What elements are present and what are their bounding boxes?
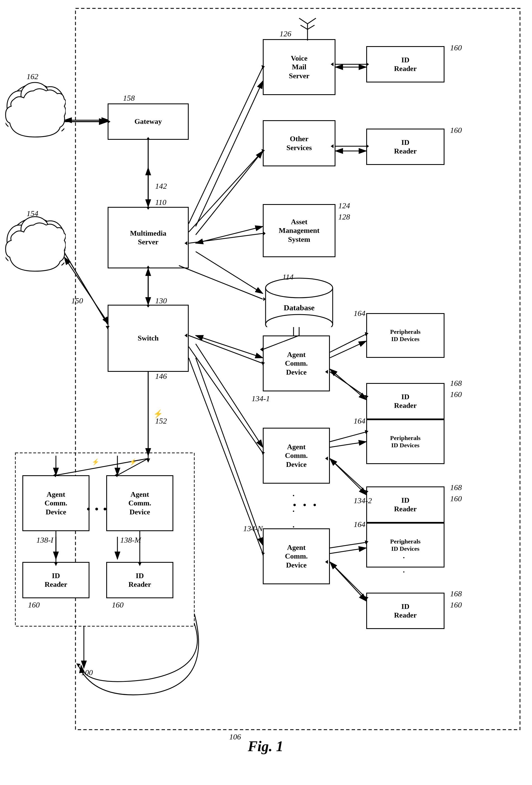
- svg-line-107: [330, 542, 366, 548]
- label-152: 152: [155, 416, 167, 426]
- svg-text:⚡: ⚡: [129, 458, 137, 466]
- id-reader-voice-box: IDReader: [366, 46, 445, 82]
- label-160c: 160: [450, 390, 462, 399]
- diagram-container: Gateway MultimediaServer Switch VoiceMai…: [0, 0, 532, 785]
- label-100: 100: [81, 668, 93, 677]
- svg-marker-85: [146, 458, 150, 463]
- agent-comm-1-box: AgentComm.Device: [263, 335, 330, 391]
- svg-line-120: [299, 18, 307, 24]
- vertical-dots: ···: [292, 488, 295, 535]
- label-130: 130: [155, 296, 167, 305]
- svg-line-61: [189, 151, 263, 232]
- peripherals-id-2-label: PeripheralsID Devices: [390, 434, 421, 449]
- peripherals-id-2-box: PeripheralsID Devices: [366, 419, 445, 464]
- svg-line-22: [330, 548, 366, 554]
- id-reader-M-label: IDReader: [129, 572, 151, 589]
- label-142: 142: [155, 182, 167, 191]
- packet-cloud-svg: [4, 78, 66, 145]
- svg-line-16: [196, 358, 263, 545]
- svg-line-8: [196, 81, 263, 226]
- database-cylinder: Database: [263, 277, 335, 327]
- svg-line-12: [64, 257, 109, 324]
- switch-label: Switch: [137, 334, 158, 343]
- svg-line-87: [56, 458, 148, 475]
- id-reader-N-box: IDReader: [366, 593, 445, 629]
- svg-line-99: [330, 372, 366, 397]
- label-160e: 160: [450, 601, 462, 609]
- svg-line-104: [330, 458, 366, 492]
- svg-point-49: [265, 278, 333, 298]
- agent-comm-2-label: AgentComm.Device: [285, 442, 308, 469]
- label-126: 126: [280, 29, 291, 38]
- id-reader-other-label: IDReader: [394, 138, 417, 155]
- svg-line-77: [189, 335, 263, 363]
- id-reader-1-box: IDReader: [366, 383, 445, 419]
- svg-text:⚡: ⚡: [92, 458, 100, 466]
- peripherals-id-1-label: PeripheralsID Devices: [390, 328, 421, 343]
- multimedia-server-label: MultimediaServer: [130, 229, 166, 246]
- svg-line-68: [64, 252, 108, 324]
- svg-line-66: [179, 265, 263, 299]
- svg-line-20: [330, 442, 366, 447]
- asset-management-box: AssetManagementSystem: [263, 204, 335, 257]
- label-160g: 160: [112, 601, 124, 609]
- voice-mail-label: VoiceMailServer: [289, 54, 309, 80]
- multimedia-server-box: MultimediaServer: [108, 207, 189, 269]
- svg-line-123: [307, 25, 314, 29]
- peripherals-id-N-box: PeripheralsID Devices: [366, 523, 445, 567]
- label-128: 128: [338, 212, 350, 221]
- label-164b: 164: [354, 416, 365, 426]
- label-164c: 164: [354, 520, 365, 529]
- label-134-1: 134-1: [252, 394, 270, 403]
- label-158: 158: [123, 94, 135, 103]
- label-168b: 168: [450, 483, 462, 492]
- label-168a: 168: [450, 379, 462, 388]
- id-reader-1-label: IDReader: [394, 392, 417, 410]
- agent-comm-M-box: AgentComm.Device: [106, 475, 173, 531]
- svg-line-18: [330, 341, 366, 358]
- id-reader-N-label: IDReader: [394, 602, 417, 619]
- svg-line-63: [189, 233, 263, 243]
- label-168c: 168: [450, 589, 462, 598]
- svg-line-10: [196, 226, 263, 243]
- agent-comm-I-box: AgentComm.Device: [22, 475, 90, 531]
- label-160d: 160: [450, 494, 462, 503]
- label-160f: 160: [28, 601, 40, 609]
- fig-caption: Fig. 1: [182, 738, 350, 755]
- svg-marker-118: [76, 663, 80, 667]
- voice-mail-server-box: VoiceMailServer: [263, 39, 335, 95]
- id-reader-2-box: IDReader: [366, 486, 445, 523]
- id-reader-2-label: IDReader: [394, 496, 417, 513]
- label-138-I: 138-I: [36, 536, 53, 545]
- label-124: 124: [338, 201, 350, 210]
- svg-line-102: [330, 432, 366, 442]
- id-reader-I-label: IDReader: [45, 572, 67, 589]
- agent-comm-M-label: AgentComm.Device: [128, 490, 151, 516]
- svg-line-109: [330, 562, 366, 598]
- label-150: 150: [71, 296, 83, 305]
- vertical-dots-readers: ···: [403, 537, 405, 579]
- label-164a: 164: [354, 309, 365, 318]
- svg-line-21: [330, 458, 366, 495]
- other-services-box: OtherServices: [263, 120, 335, 166]
- agent-comm-2-box: AgentComm.Device: [263, 428, 330, 484]
- dots-agents: • • •: [87, 503, 108, 515]
- label-160a: 160: [450, 43, 462, 52]
- svg-marker-76: [260, 348, 263, 351]
- label-146: 146: [155, 372, 167, 381]
- svg-line-19: [330, 369, 366, 400]
- switch-box: Switch: [108, 305, 189, 372]
- agent-comm-I-label: AgentComm.Device: [45, 490, 67, 516]
- id-reader-M-box: IDReader: [106, 562, 173, 598]
- antenna-svg: [296, 16, 319, 42]
- svg-line-9: [196, 151, 263, 235]
- svg-line-14: [196, 335, 263, 358]
- id-reader-I-box: IDReader: [22, 562, 90, 598]
- svg-line-89: [118, 458, 148, 475]
- svg-line-122: [301, 25, 307, 29]
- id-reader-other-box: IDReader: [366, 129, 445, 165]
- id-reader-voice-label: IDReader: [394, 56, 417, 73]
- agent-comm-N-label: AgentComm.Device: [285, 543, 308, 569]
- asset-management-label: AssetManagementSystem: [279, 218, 320, 244]
- svg-line-11: [196, 252, 263, 294]
